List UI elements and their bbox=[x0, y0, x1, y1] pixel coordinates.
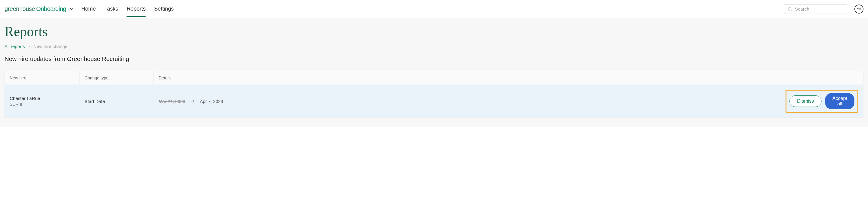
accept-all-button[interactable]: Accept all bbox=[825, 93, 855, 109]
th-new-hire: New hire bbox=[5, 71, 80, 85]
breadcrumb-all-reports[interactable]: All reports bbox=[4, 44, 25, 49]
cell-details: Mar 24, 2023 Apr 7, 2023 bbox=[154, 94, 781, 109]
search-wrap bbox=[784, 4, 847, 14]
user-avatar[interactable]: YA bbox=[855, 4, 864, 13]
cell-new-hire: Chester LaRue SDR II bbox=[5, 91, 80, 112]
cell-actions: Dismiss Accept all bbox=[781, 85, 863, 118]
th-details: Details bbox=[154, 71, 863, 85]
breadcrumb: All reports New hire change bbox=[4, 44, 864, 49]
chevron-down-icon bbox=[69, 7, 74, 11]
logo-switcher[interactable]: greenhouse Onboarding bbox=[4, 5, 74, 12]
search-icon bbox=[787, 7, 792, 11]
actions-highlight: Dismiss Accept all bbox=[785, 90, 858, 113]
old-value: Mar 24, 2023 bbox=[159, 99, 185, 104]
chevron-right-icon bbox=[28, 45, 31, 48]
logo-primary-text: greenhouse bbox=[4, 5, 35, 12]
th-change-type: Change type bbox=[80, 71, 154, 85]
page-title: Reports bbox=[4, 24, 864, 39]
header-right: YA bbox=[784, 4, 864, 14]
svg-line-1 bbox=[791, 10, 792, 11]
nav-home[interactable]: Home bbox=[81, 1, 96, 17]
arrow-right-icon bbox=[189, 99, 195, 103]
table-row: Chester LaRue SDR II Start Date Mar 24, … bbox=[5, 85, 863, 118]
dismiss-button[interactable]: Dismiss bbox=[789, 95, 822, 107]
breadcrumb-current: New hire change bbox=[33, 44, 68, 49]
hire-role: SDR II bbox=[10, 102, 75, 106]
main-nav: Home Tasks Reports Settings bbox=[81, 1, 174, 17]
updates-table: New hire Change type Details Chester LaR… bbox=[4, 71, 864, 118]
hire-name: Chester LaRue bbox=[10, 96, 75, 101]
svg-point-0 bbox=[788, 7, 791, 10]
cell-change-type: Start Date bbox=[80, 94, 154, 109]
table-header: New hire Change type Details bbox=[5, 71, 863, 85]
app-header: greenhouse Onboarding Home Tasks Reports… bbox=[0, 0, 868, 18]
nav-tasks[interactable]: Tasks bbox=[104, 1, 118, 17]
nav-settings[interactable]: Settings bbox=[154, 1, 174, 17]
logo-secondary-text: Onboarding bbox=[36, 5, 66, 12]
page-content: Reports All reports New hire change New … bbox=[0, 18, 868, 127]
new-value: Apr 7, 2023 bbox=[199, 99, 223, 104]
search-input[interactable] bbox=[784, 4, 847, 14]
nav-reports[interactable]: Reports bbox=[127, 1, 146, 17]
logo: greenhouse Onboarding bbox=[4, 5, 66, 12]
section-title: New hire updates from Greenhouse Recruit… bbox=[4, 56, 864, 62]
